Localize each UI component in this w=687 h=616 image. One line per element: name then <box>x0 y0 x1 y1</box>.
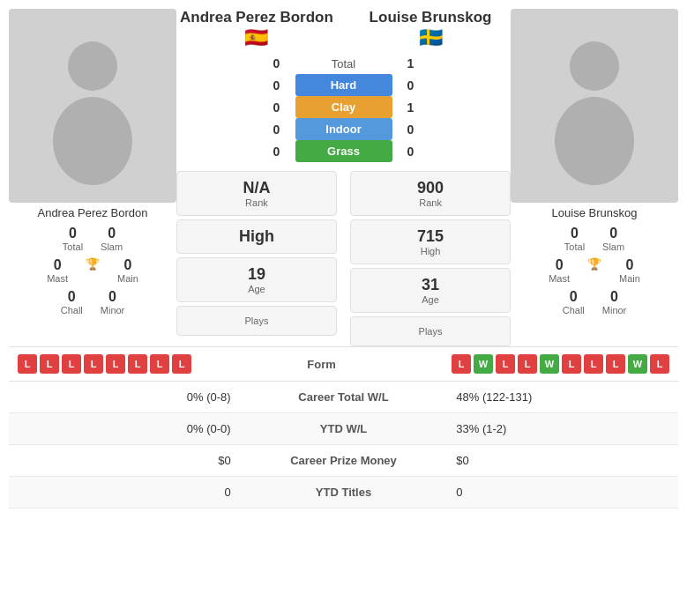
stat-center-label: YTD Titles <box>243 477 444 508</box>
left-form-badges: LLLLLLLL <box>18 354 191 374</box>
total-row: 0 Total 1 <box>176 56 511 71</box>
left-rank-panel: N/A Rank <box>176 171 337 216</box>
left-main-stat: 0 Main <box>117 257 138 284</box>
stats-table: 0% (0-8) Career Total W/L 48% (122-131) … <box>9 382 678 508</box>
svg-point-3 <box>555 97 634 185</box>
left-trophy-icon: 🏆 <box>86 257 100 284</box>
left-plays-panel: Plays <box>176 306 337 336</box>
stat-center-label: Career Total W/L <box>243 382 444 413</box>
indoor-button[interactable]: Indoor <box>295 118 392 140</box>
right-chall-stat: 0 Chall <box>563 289 585 315</box>
right-stats-row-1: 0 Total 0 Slam <box>511 226 678 252</box>
form-badge-l: L <box>40 354 59 374</box>
grass-row: 0 Grass 0 <box>176 140 511 162</box>
form-badge-l: L <box>650 354 669 374</box>
form-badge-w: W <box>540 354 559 374</box>
left-player-name: Andrea Perez Bordon <box>37 206 147 219</box>
left-flag: 🇪🇸 <box>176 26 337 49</box>
form-label: Form <box>307 358 336 371</box>
right-player-photo <box>511 9 678 203</box>
stat-right-value: 33% (1-2) <box>444 413 678 445</box>
form-badge-l: L <box>62 354 81 374</box>
stats-row: $0 Career Prize Money $0 <box>9 445 678 477</box>
hard-row: 0 Hard 0 <box>176 74 511 96</box>
left-age-panel: 19 Age <box>176 257 337 302</box>
right-high-panel: 715 High <box>350 219 511 264</box>
right-trophy-icon: 🏆 <box>587 257 601 284</box>
right-side-panels: 900 Rank 715 High 31 Age Plays <box>350 167 511 346</box>
surface-section: 0 Hard 0 0 Clay 1 0 Indoor 0 0 Grass <box>176 74 511 162</box>
left-player-header: Andrea Perez Bordon 🇪🇸 <box>176 9 337 55</box>
left-stats-row-1: 0 Total 0 Slam <box>9 226 176 252</box>
form-section: LLLLLLLL Form LWLLWLLLWL <box>9 346 678 382</box>
left-player-bottom-stats: 0 Total 0 Slam 0 Mast 🏆 <box>9 223 176 318</box>
form-badge-l: L <box>84 354 103 374</box>
stat-left-value: 0 <box>9 477 243 508</box>
clay-button[interactable]: Clay <box>295 96 392 118</box>
right-stats-row-2: 0 Mast 🏆 0 Main <box>511 257 678 284</box>
right-player-name: Louise Brunskog <box>552 206 638 219</box>
stats-row: 0 YTD Titles 0 <box>9 477 678 508</box>
right-total-stat: 0 Total <box>564 226 585 252</box>
right-minor-stat: 0 Minor <box>602 289 627 315</box>
left-high-panel: High <box>176 219 337 254</box>
svg-point-0 <box>68 41 117 91</box>
left-mast-stat: 0 Mast <box>47 257 68 284</box>
hard-button[interactable]: Hard <box>295 74 392 96</box>
right-player-header: Louise Brunskog 🇸🇪 <box>350 9 511 55</box>
clay-left-score: 0 <box>264 100 290 115</box>
stat-left-value: 0% (0-0) <box>9 413 243 445</box>
right-form-badges: LWLLWLLLWL <box>452 354 669 374</box>
stat-left-value: 0% (0-8) <box>9 382 243 413</box>
stats-row: 0% (0-0) YTD W/L 33% (1-2) <box>9 413 678 445</box>
right-flag: 🇸🇪 <box>350 26 511 49</box>
grass-left-score: 0 <box>264 145 290 159</box>
form-badge-l: L <box>518 354 537 374</box>
indoor-row: 0 Indoor 0 <box>176 118 511 140</box>
indoor-right-score: 0 <box>398 122 424 137</box>
right-player-bottom-stats: 0 Total 0 Slam 0 Mast 🏆 <box>511 223 678 318</box>
right-plays-panel: Plays <box>350 316 511 346</box>
form-badge-l: L <box>150 354 169 374</box>
stat-right-value: $0 <box>444 445 678 477</box>
form-badge-w: W <box>628 354 647 374</box>
hard-right-score: 0 <box>398 78 424 93</box>
center-column: Andrea Perez Bordon 🇪🇸 Louise Brunskog 🇸… <box>176 9 511 346</box>
form-badge-l: L <box>496 354 515 374</box>
form-badge-l: L <box>584 354 603 374</box>
left-stats-row-3: 0 Chall 0 Minor <box>9 289 176 315</box>
right-slam-stat: 0 Slam <box>602 226 624 252</box>
stats-row: 0% (0-8) Career Total W/L 48% (122-131) <box>9 382 678 413</box>
stat-center-label: YTD W/L <box>243 413 444 445</box>
form-badge-l: L <box>172 354 191 374</box>
hard-left-score: 0 <box>264 78 290 93</box>
grass-right-score: 0 <box>398 145 424 159</box>
right-player-block: Louise Brunskog 0 Total 0 Slam 0 Mast <box>511 9 678 318</box>
right-mast-stat: 0 Mast <box>549 257 570 284</box>
form-badge-l: L <box>562 354 581 374</box>
svg-point-1 <box>53 97 132 185</box>
main-container: Andrea Perez Bordon 0 Total 0 Slam 0 Ma <box>0 0 687 517</box>
left-player-photo <box>9 9 176 203</box>
form-badge-l: L <box>106 354 125 374</box>
right-main-stat: 0 Main <box>619 257 640 284</box>
clay-right-score: 1 <box>398 100 424 115</box>
left-slam-stat: 0 Slam <box>101 226 123 252</box>
left-stats-row-2: 0 Mast 🏆 0 Main <box>9 257 176 284</box>
form-badge-l: L <box>606 354 625 374</box>
stat-left-value: $0 <box>9 445 243 477</box>
left-total-stat: 0 Total <box>63 226 83 252</box>
form-badge-w: W <box>474 354 493 374</box>
side-stats-panels: N/A Rank High 19 Age Plays <box>176 167 511 346</box>
right-stats-row-3: 0 Chall 0 Minor <box>511 289 678 315</box>
form-badge-l: L <box>128 354 147 374</box>
player-comparison: Andrea Perez Bordon 0 Total 0 Slam 0 Ma <box>9 9 678 346</box>
grass-button[interactable]: Grass <box>295 140 392 162</box>
clay-row: 0 Clay 1 <box>176 96 511 118</box>
stat-right-value: 0 <box>444 477 678 508</box>
left-side-panels: N/A Rank High 19 Age Plays <box>176 167 337 346</box>
svg-point-2 <box>570 41 619 91</box>
form-badge-l: L <box>452 354 471 374</box>
right-age-panel: 31 Age <box>350 268 511 313</box>
right-rank-panel: 900 Rank <box>350 171 511 216</box>
